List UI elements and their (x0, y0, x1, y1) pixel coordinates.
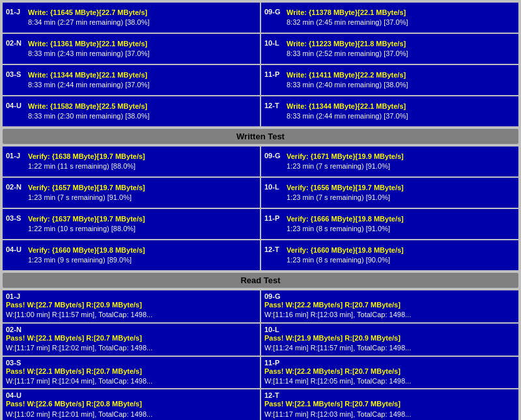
cell-line2: 8:33 min (2:52 min remaining) [37.0%] (287, 49, 515, 59)
verify-section: 01-JVerify: {1638 MByte}[19.7 MByte/s]1:… (3, 147, 518, 270)
grid-cell-09-g: 09-GVerify: {1671 MByte}[19.9 MByte/s]1:… (261, 147, 518, 176)
write-section: 01-JWrite: {11645 MByte}[22.7 MByte/s]8:… (3, 3, 518, 126)
cell-line2: 1:22 min (10 s remaining) [88.0%] (28, 224, 257, 234)
cell-line2: 8:33 min (2:40 min remaining) [38.0%] (287, 80, 515, 90)
cell-line2: 8:33 min (2:30 min remaining) [38.0%] (28, 111, 257, 121)
cell-id-11-p: 11-P (264, 70, 283, 78)
cell-line2: W:[11:14 min] R:[12:05 min], TotalCap: 1… (264, 376, 515, 386)
cell-id-03-s: 03-S (6, 214, 24, 222)
cell-line1: Pass! W:[21.9 MByte/s] R:[20.9 MByte/s] (264, 333, 515, 343)
cell-line2: W:[11:02 min] R:[12:01 min], TotalCap: 1… (6, 410, 257, 419)
cell-id-04-u: 04-U (6, 102, 24, 109)
cell-id-01-j: 01-J (6, 152, 24, 160)
cell-line1: Pass! W:[22.6 MByte/s] R:[20.8 MByte/s] (6, 399, 257, 409)
grid-cell-10-l: 10-LPass! W:[21.9 MByte/s] R:[20.9 MByte… (261, 324, 518, 356)
grid-cell-04-u: 04-UWrite: {11582 MByte}[22.5 MByte/s]8:… (3, 96, 260, 126)
grid-cell-03-s: 03-SVerify: {1637 MByte}[19.7 MByte/s]1:… (3, 209, 260, 239)
grid-cell-12-t: 12-TVerify: {1660 MByte}[19.8 MByte/s]1:… (261, 240, 518, 270)
cell-line2: 8:34 min (2:27 min remaining) [38.0%] (28, 18, 257, 27)
cell-line2: 1:23 min (8 s remaining) [90.0%] (287, 255, 515, 265)
cell-line1: Verify: {1656 MByte}[19.7 MByte/s] (287, 183, 515, 193)
cell-id-03-s: 03-S (6, 359, 21, 367)
cell-line2: W:[11:17 min] R:[12:04 min], TotalCap: 1… (6, 376, 257, 386)
cell-line1: Verify: {1671 MByte}[19.9 MByte/s] (287, 152, 515, 161)
cell-id-10-l: 10-L (264, 39, 283, 47)
grid-cell-12-t: 12-TWrite: {11344 MByte}[22.1 MByte/s]8:… (261, 96, 518, 126)
cell-line1: Write: {11378 MByte}[22.1 MByte/s] (287, 8, 515, 18)
grid-cell-04-u: 04-UVerify: {1660 MByte}[19.8 MByte/s]1:… (3, 240, 260, 270)
cell-id-12-t: 12-T (264, 391, 279, 399)
grid-cell-01-j: 01-JVerify: {1638 MByte}[19.7 MByte/s]1:… (3, 147, 260, 176)
cell-line1: Write: {11361 MByte}[22.1 MByte/s] (28, 39, 257, 49)
cell-line2: 1:23 min (7 s remaining) [91.0%] (28, 193, 257, 203)
cell-line1: Verify: {1666 MByte}[19.8 MByte/s] (287, 214, 515, 224)
cell-line2: 8:33 min (2:44 min remaining) [37.0%] (287, 111, 515, 121)
cell-id-01-j: 01-J (6, 292, 20, 300)
verify-grid: 01-JVerify: {1638 MByte}[19.7 MByte/s]1:… (3, 147, 518, 270)
cell-line1: Write: {11344 MByte}[22.1 MByte/s] (287, 102, 515, 111)
cell-id-04-u: 04-U (6, 245, 24, 253)
cell-line1: Write: {11645 MByte}[22.7 MByte/s] (28, 8, 257, 18)
cell-id-09-g: 09-G (264, 292, 280, 300)
cell-id-02-n: 02-N (6, 326, 21, 333)
cell-line1: Verify: {1657 MByte}[19.7 MByte/s] (28, 183, 257, 193)
cell-line1: Verify: {1660 MByte}[19.8 MByte/s] (28, 245, 257, 255)
grid-cell-03-s: 03-SWrite: {11344 MByte}[22.1 MByte/s]8:… (3, 65, 260, 95)
grid-cell-01-j: 01-JWrite: {11645 MByte}[22.7 MByte/s]8:… (3, 3, 260, 33)
grid-cell-03-s: 03-SPass! W:[22.1 MByte/s] R:[20.7 MByte… (3, 357, 260, 389)
grid-cell-04-u: 04-UPass! W:[22.6 MByte/s] R:[20.8 MByte… (3, 389, 260, 420)
cell-line1: Write: {11223 MByte}[21.8 MByte/s] (287, 39, 515, 49)
cell-id-02-n: 02-N (6, 39, 24, 47)
cell-line1: Verify: {1638 MByte}[19.7 MByte/s] (28, 152, 257, 161)
cell-id-12-t: 12-T (264, 245, 283, 253)
cell-line2: 8:33 min (2:43 min remaining) [37.0%] (28, 49, 257, 59)
read-grid: 01-JPass! W:[22.7 MByte/s] R:[20.9 MByte… (3, 290, 518, 420)
cell-line2: 1:23 min (8 s remaining) [91.0%] (287, 224, 515, 234)
cell-line1: Verify: {1660 MByte}[19.8 MByte/s] (287, 245, 515, 255)
grid-cell-11-p: 11-PVerify: {1666 MByte}[19.8 MByte/s]1:… (261, 209, 518, 239)
grid-cell-10-l: 10-LWrite: {11223 MByte}[21.8 MByte/s]8:… (261, 34, 518, 64)
cell-line2: 1:22 min (11 s remaining) [88.0%] (28, 161, 257, 171)
cell-line2: 8:33 min (2:44 min remaining) [37.0%] (28, 80, 257, 90)
main-container: 01-JWrite: {11645 MByte}[22.7 MByte/s]8:… (0, 0, 521, 420)
grid-cell-01-j: 01-JPass! W:[22.7 MByte/s] R:[20.9 MByte… (3, 290, 260, 322)
cell-id-10-l: 10-L (264, 183, 283, 191)
written-test-label: Written Test (3, 129, 518, 144)
cell-id-02-n: 02-N (6, 183, 24, 191)
cell-line2: 1:23 min (7 s remaining) [91.0%] (287, 161, 515, 171)
cell-id-09-g: 09-G (264, 152, 283, 160)
cell-line1: Write: {11411 MByte}[22.2 MByte/s] (287, 70, 515, 80)
cell-line1: Write: {11344 MByte}[22.1 MByte/s] (28, 70, 257, 80)
cell-id-01-j: 01-J (6, 8, 24, 16)
cell-line2: W:[11:24 min] R:[11:57 min], TotalCap: 1… (264, 343, 515, 353)
grid-cell-11-p: 11-PPass! W:[22.2 MByte/s] R:[20.7 MByte… (261, 357, 518, 389)
cell-line1: Pass! W:[22.7 MByte/s] R:[20.9 MByte/s] (6, 300, 257, 310)
grid-cell-11-p: 11-PWrite: {11411 MByte}[22.2 MByte/s]8:… (261, 65, 518, 95)
read-section: 01-JPass! W:[22.7 MByte/s] R:[20.9 MByte… (3, 290, 518, 420)
cell-id-10-l: 10-L (264, 326, 279, 333)
grid-cell-02-n: 02-NPass! W:[22.1 MByte/s] R:[20.7 MByte… (3, 324, 260, 356)
cell-line1: Write: {11582 MByte}[22.5 MByte/s] (28, 102, 257, 111)
cell-line1: Verify: {1637 MByte}[19.7 MByte/s] (28, 214, 257, 224)
grid-cell-12-t: 12-TPass! W:[22.1 MByte/s] R:[20.7 MByte… (261, 389, 518, 420)
cell-line1: Pass! W:[22.1 MByte/s] R:[20.7 MByte/s] (6, 367, 257, 376)
grid-cell-02-n: 02-NVerify: {1657 MByte}[19.7 MByte/s]1:… (3, 178, 260, 208)
cell-line2: 1:23 min (9 s remaining) [89.0%] (28, 255, 257, 265)
cell-id-09-g: 09-G (264, 8, 283, 16)
read-test-label: Read Test (3, 273, 518, 288)
grid-cell-10-l: 10-LVerify: {1656 MByte}[19.7 MByte/s]1:… (261, 178, 518, 208)
cell-line2: W:[11:16 min] R:[12:03 min], TotalCap: 1… (264, 310, 515, 320)
cell-line2: W:[11:17 min] R:[12:03 min], TotalCap: 1… (264, 410, 515, 419)
cell-id-03-s: 03-S (6, 70, 24, 78)
cell-line2: W:[11:00 min] R:[11:57 min], TotalCap: 1… (6, 310, 257, 320)
cell-line1: Pass! W:[22.2 MByte/s] R:[20.7 MByte/s] (264, 300, 515, 310)
cell-line1: Pass! W:[22.1 MByte/s] R:[20.7 MByte/s] (264, 399, 515, 409)
grid-cell-09-g: 09-GWrite: {11378 MByte}[22.1 MByte/s]8:… (261, 3, 518, 33)
cell-id-04-u: 04-U (6, 391, 21, 399)
grid-cell-09-g: 09-GPass! W:[22.2 MByte/s] R:[20.7 MByte… (261, 290, 518, 322)
cell-line1: Pass! W:[22.1 MByte/s] R:[20.7 MByte/s] (6, 333, 257, 343)
cell-line1: Pass! W:[22.2 MByte/s] R:[20.7 MByte/s] (264, 367, 515, 376)
write-grid: 01-JWrite: {11645 MByte}[22.7 MByte/s]8:… (3, 3, 518, 126)
cell-line2: 1:23 min (7 s remaining) [91.0%] (287, 193, 515, 203)
cell-line2: W:[11:17 min] R:[12:02 min], TotalCap: 1… (6, 343, 257, 353)
